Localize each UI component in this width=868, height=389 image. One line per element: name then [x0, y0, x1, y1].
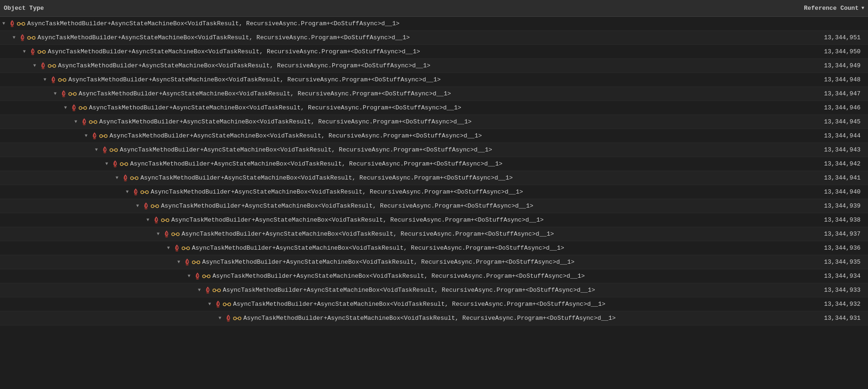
ref-count-value: 13,344,934	[765, 273, 868, 280]
table-row[interactable]: ▼AsyncTaskMethodBuilder+AsyncStateMachin…	[0, 157, 868, 171]
row-content: ▼AsyncTaskMethodBuilder+AsyncStateMachin…	[0, 231, 765, 238]
link-icon	[171, 231, 180, 238]
link-icon	[48, 62, 56, 70]
table-row[interactable]: ▼AsyncTaskMethodBuilder+AsyncStateMachin…	[0, 73, 868, 87]
svg-rect-46	[135, 177, 138, 180]
svg-rect-53	[151, 205, 154, 208]
table-row[interactable]: ▼AsyncTaskMethodBuilder+AsyncStateMachin…	[0, 101, 868, 115]
expand-collapse-icon[interactable]: ▼	[216, 315, 224, 322]
link-icon	[27, 34, 36, 42]
table-row[interactable]: ▼AsyncTaskMethodBuilder+AsyncStateMachin…	[0, 227, 868, 241]
table-row[interactable]: ▼AsyncTaskMethodBuilder+AsyncStateMachin…	[0, 17, 868, 31]
svg-point-52	[145, 208, 147, 209]
fire-icon	[204, 287, 212, 294]
expand-collapse-icon[interactable]: ▼	[124, 188, 131, 196]
svg-rect-78	[218, 289, 220, 292]
expand-collapse-icon[interactable]: ▼	[0, 20, 7, 28]
header-object-type: Object Type	[0, 5, 765, 12]
table-row[interactable]: ▼AsyncTaskMethodBuilder+AsyncStateMachin…	[0, 129, 868, 143]
expand-collapse-icon[interactable]: ▼	[31, 62, 38, 70]
expand-collapse-icon[interactable]: ▼	[10, 34, 18, 42]
ref-count-label: Reference Count	[804, 5, 859, 12]
table-row[interactable]: ▼AsyncTaskMethodBuilder+AsyncStateMachin…	[0, 87, 868, 101]
table-row[interactable]: ▼AsyncTaskMethodBuilder+AsyncStateMachin…	[0, 255, 868, 269]
expand-collapse-icon[interactable]: ▼	[175, 259, 182, 266]
row-content: ▼AsyncTaskMethodBuilder+AsyncStateMachin…	[0, 104, 765, 112]
ref-count-value: 13,344,941	[765, 174, 868, 181]
table-row[interactable]: ▼AsyncTaskMethodBuilder+AsyncStateMachin…	[0, 59, 868, 73]
fire-icon	[80, 118, 88, 126]
ref-count-value: 13,344,933	[765, 287, 868, 294]
type-name: AsyncTaskMethodBuilder+AsyncStateMachine…	[243, 315, 616, 322]
expand-collapse-icon[interactable]: ▼	[72, 118, 80, 126]
header-ref-count[interactable]: Reference Count ▼	[765, 5, 868, 12]
fire-icon	[19, 34, 26, 42]
ref-count-value: 13,344,946	[765, 104, 868, 111]
svg-rect-21	[69, 93, 72, 95]
ref-count-value: 13,344,942	[765, 160, 868, 167]
expand-collapse-icon[interactable]: ▼	[154, 231, 162, 238]
row-content: ▼AsyncTaskMethodBuilder+AsyncStateMachin…	[0, 245, 765, 252]
svg-rect-30	[94, 121, 97, 123]
row-content: ▼AsyncTaskMethodBuilder+AsyncStateMachin…	[0, 174, 765, 182]
expand-collapse-icon[interactable]: ▼	[206, 301, 213, 308]
expand-collapse-icon[interactable]: ▼	[113, 174, 121, 182]
link-icon	[140, 188, 149, 196]
expand-collapse-icon[interactable]: ▼	[196, 287, 203, 294]
fire-icon	[194, 273, 201, 280]
expand-collapse-icon[interactable]: ▼	[21, 48, 28, 56]
table-row[interactable]: ▼AsyncTaskMethodBuilder+AsyncStateMachin…	[0, 143, 868, 157]
expand-collapse-icon[interactable]: ▼	[41, 76, 49, 84]
row-content: ▼AsyncTaskMethodBuilder+AsyncStateMachin…	[0, 146, 765, 154]
table-row[interactable]: ▼AsyncTaskMethodBuilder+AsyncStateMachin…	[0, 283, 868, 297]
table-row[interactable]: ▼AsyncTaskMethodBuilder+AsyncStateMachin…	[0, 241, 868, 255]
table-row[interactable]: ▼AsyncTaskMethodBuilder+AsyncStateMachin…	[0, 45, 868, 59]
svg-rect-26	[84, 107, 87, 109]
svg-point-8	[31, 53, 34, 55]
table-row[interactable]: ▼AsyncTaskMethodBuilder+AsyncStateMachin…	[0, 311, 868, 325]
svg-rect-1	[17, 22, 20, 25]
ref-count-value: 13,344,945	[765, 118, 868, 125]
link-icon	[99, 132, 108, 140]
svg-point-72	[196, 278, 199, 280]
expand-collapse-icon[interactable]: ▼	[165, 245, 172, 252]
expand-collapse-icon[interactable]: ▼	[82, 132, 90, 140]
svg-rect-49	[141, 191, 144, 194]
fire-icon	[70, 104, 78, 112]
table-row[interactable]: ▼AsyncTaskMethodBuilder+AsyncStateMachin…	[0, 213, 868, 227]
svg-point-80	[217, 306, 219, 308]
expand-collapse-icon[interactable]: ▼	[62, 104, 69, 112]
expand-collapse-icon[interactable]: ▼	[93, 146, 100, 154]
expand-collapse-icon[interactable]: ▼	[185, 273, 193, 280]
svg-point-0	[11, 25, 14, 27]
expand-collapse-icon[interactable]: ▼	[144, 216, 152, 224]
expand-collapse-icon[interactable]: ▼	[103, 160, 110, 168]
table-body: ▼AsyncTaskMethodBuilder+AsyncStateMachin…	[0, 17, 868, 389]
ref-count-value: 13,344,949	[765, 62, 868, 69]
table-row[interactable]: ▼AsyncTaskMethodBuilder+AsyncStateMachin…	[0, 115, 868, 129]
svg-rect-69	[192, 261, 195, 264]
svg-rect-29	[89, 121, 92, 123]
fire-icon	[60, 90, 67, 98]
ref-count-value: 13,344,935	[765, 259, 868, 266]
svg-rect-73	[203, 275, 205, 278]
object-type-label: Object Type	[4, 5, 44, 12]
row-content: ▼AsyncTaskMethodBuilder+AsyncStateMachin…	[0, 287, 765, 294]
expand-collapse-icon[interactable]: ▼	[51, 90, 59, 98]
expand-collapse-icon[interactable]: ▼	[134, 202, 141, 210]
svg-point-56	[155, 222, 158, 223]
table-row[interactable]: ▼AsyncTaskMethodBuilder+AsyncStateMachin…	[0, 171, 868, 185]
link-icon	[37, 48, 46, 56]
table-row[interactable]: ▼AsyncTaskMethodBuilder+AsyncStateMachin…	[0, 31, 868, 45]
ref-count-value: 13,344,937	[765, 231, 868, 238]
table-row[interactable]: ▼AsyncTaskMethodBuilder+AsyncStateMachin…	[0, 199, 868, 213]
fire-icon	[163, 231, 170, 238]
svg-point-24	[73, 109, 75, 111]
ref-count-value: 13,344,950	[765, 48, 868, 55]
table-row[interactable]: ▼AsyncTaskMethodBuilder+AsyncStateMachin…	[0, 269, 868, 283]
svg-point-64	[175, 250, 178, 252]
svg-rect-54	[156, 205, 159, 208]
table-row[interactable]: ▼AsyncTaskMethodBuilder+AsyncStateMachin…	[0, 297, 868, 311]
link-icon	[151, 202, 159, 210]
table-row[interactable]: ▼AsyncTaskMethodBuilder+AsyncStateMachin…	[0, 185, 868, 199]
